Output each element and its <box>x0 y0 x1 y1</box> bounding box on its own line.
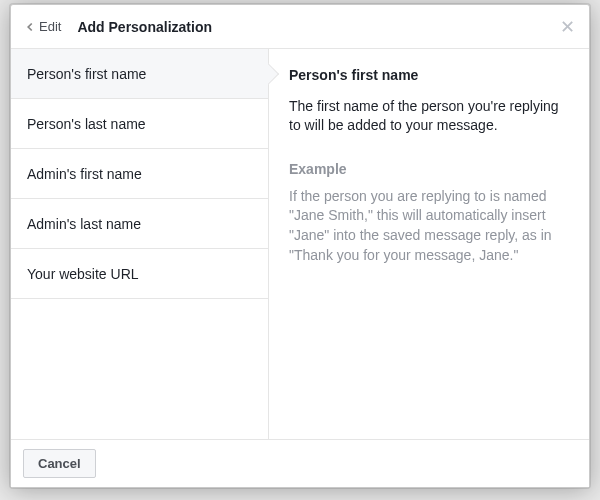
list-item-website-url[interactable]: Your website URL <box>11 249 268 299</box>
example-text: If the person you are replying to is nam… <box>289 187 569 265</box>
chevron-left-icon <box>23 20 37 34</box>
detail-panel: Person's first name The first name of th… <box>269 49 589 439</box>
list-item-label: Your website URL <box>27 266 139 282</box>
modal-footer: Cancel <box>11 439 589 487</box>
close-button[interactable]: ✕ <box>556 14 579 40</box>
list-item-admin-first-name[interactable]: Admin's first name <box>11 149 268 199</box>
modal-header: Edit Add Personalization ✕ <box>11 5 589 49</box>
example-label: Example <box>289 161 569 177</box>
list-item-label: Person's last name <box>27 116 146 132</box>
personalization-modal: Edit Add Personalization ✕ Person's firs… <box>10 4 590 488</box>
modal-title: Add Personalization <box>77 19 212 35</box>
close-icon: ✕ <box>560 17 575 37</box>
list-item-label: Person's first name <box>27 66 146 82</box>
list-item-person-last-name[interactable]: Person's last name <box>11 99 268 149</box>
back-label: Edit <box>39 19 61 34</box>
list-item-admin-last-name[interactable]: Admin's last name <box>11 199 268 249</box>
modal-body: Person's first name Person's last name A… <box>11 49 589 439</box>
list-item-label: Admin's first name <box>27 166 142 182</box>
personalization-list: Person's first name Person's last name A… <box>11 49 269 439</box>
list-item-label: Admin's last name <box>27 216 141 232</box>
list-item-person-first-name[interactable]: Person's first name <box>11 49 268 99</box>
cancel-button[interactable]: Cancel <box>23 449 96 478</box>
detail-description: The first name of the person you're repl… <box>289 97 569 135</box>
detail-title: Person's first name <box>289 67 569 83</box>
back-button[interactable]: Edit <box>23 15 67 38</box>
